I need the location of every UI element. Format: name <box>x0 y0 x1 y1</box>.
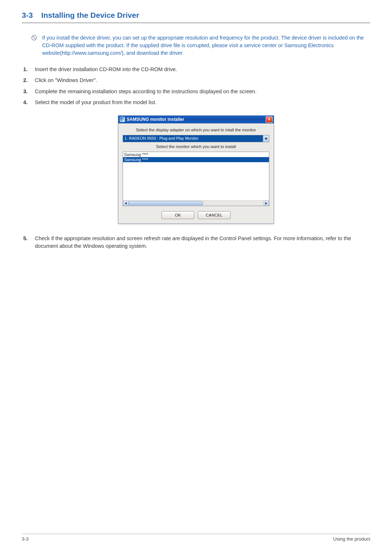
step-text: Check if the appropriate resolution and … <box>35 235 370 250</box>
note-block: If you install the device driver, you ca… <box>31 34 370 57</box>
monitor-prompt: Select the monitor which you want to ins… <box>123 144 269 149</box>
step-number: 1. <box>23 66 30 73</box>
step-number: 4. <box>23 99 30 106</box>
step-number: 3. <box>23 88 30 95</box>
scroll-left-button[interactable] <box>123 201 128 206</box>
list-item: 1. Insert the driver installation CD-ROM… <box>23 66 370 73</box>
chevron-right-icon <box>265 201 267 206</box>
list-item: 2. Click on "Windows Driver". <box>23 77 370 84</box>
step-list: 1. Insert the driver installation CD-ROM… <box>23 66 370 106</box>
title-bar: SAMSUNG monitor installer × <box>118 116 274 123</box>
step-number: 5. <box>23 235 30 250</box>
list-item: 5. Check if the appropriate resolution a… <box>23 235 370 250</box>
adapter-dropdown[interactable]: 1. RADEON 9550 : Plug and Play Monitor <box>123 135 269 142</box>
monitor-listbox[interactable]: Samsung **** Samsung **** <box>123 152 269 206</box>
list-item[interactable]: Samsung **** <box>123 157 269 162</box>
step-text: Complete the remaining installation step… <box>35 88 257 95</box>
list-item: 3. Complete the remaining installation s… <box>23 88 370 95</box>
close-button[interactable]: × <box>266 116 273 123</box>
chevron-left-icon <box>125 201 127 206</box>
step-text: Click on "Windows Driver". <box>35 77 97 84</box>
step-number: 2. <box>23 77 30 84</box>
step-text: Select the model of your product from th… <box>35 99 156 106</box>
footer-right: Using the product <box>333 536 370 542</box>
info-icon <box>31 35 37 41</box>
section-heading: 3-3 Installing the Device Driver <box>22 11 370 23</box>
horizontal-scrollbar[interactable] <box>123 200 269 206</box>
app-icon <box>120 117 125 122</box>
footer-left: 3-3 <box>22 536 29 542</box>
adapter-prompt: Select the display adapter on which you … <box>123 128 269 132</box>
section-title: Installing the Device Driver <box>41 11 139 19</box>
svg-line-1 <box>33 36 36 39</box>
page-footer: 3-3 Using the product <box>22 534 370 542</box>
section-number: 3-3 <box>22 11 33 19</box>
scroll-right-button[interactable] <box>264 201 269 206</box>
list-item: 4. Select the model of your product from… <box>23 99 370 106</box>
note-text: If you install the device driver, you ca… <box>42 34 370 57</box>
close-icon: × <box>268 117 270 122</box>
dropdown-value: 1. RADEON 9550 : Plug and Play Monitor <box>123 135 263 142</box>
list-item[interactable]: Samsung **** <box>123 152 269 157</box>
window-title: SAMSUNG monitor installer <box>127 117 184 122</box>
ok-button[interactable]: OK <box>162 211 194 219</box>
dropdown-button[interactable] <box>263 135 269 142</box>
step-list-continued: 5. Check if the appropriate resolution a… <box>23 235 370 250</box>
installer-window: SAMSUNG monitor installer × Select the d… <box>118 115 274 224</box>
chevron-down-icon <box>265 136 268 141</box>
scroll-track[interactable] <box>128 201 264 206</box>
scroll-thumb[interactable] <box>128 201 203 205</box>
cancel-button[interactable]: CANCEL <box>198 211 230 219</box>
step-text: Insert the driver installation CD-ROM in… <box>35 66 177 73</box>
